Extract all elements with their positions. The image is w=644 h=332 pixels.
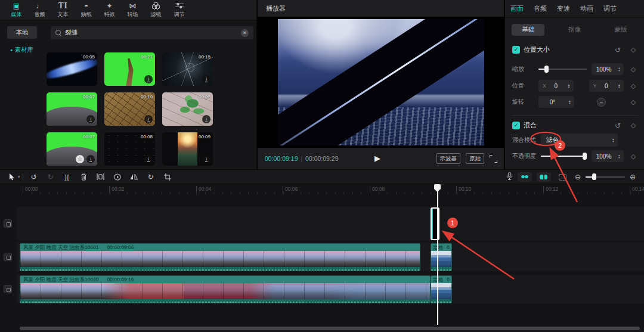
tab-speed[interactable]: 变速 — [557, 4, 570, 13]
video-preview[interactable] — [278, 19, 484, 145]
tab-adjust-props[interactable]: 调节 — [603, 4, 617, 13]
record-audio-icon[interactable] — [506, 172, 513, 182]
tab-text[interactable]: TI 文本 — [51, 2, 75, 18]
redo-icon[interactable]: ↻ — [42, 173, 59, 181]
rotate-knob-icon[interactable] — [597, 98, 606, 107]
rotate-icon[interactable]: ↻ — [143, 173, 159, 181]
position-x-box[interactable]: X 0 ▴▾ — [538, 80, 574, 92]
crop-icon[interactable] — [159, 173, 176, 181]
track-toggle[interactable] — [4, 219, 12, 228]
download-icon[interactable]: ↓ — [144, 75, 153, 83]
stepper-icon[interactable]: ▴▾ — [566, 83, 574, 89]
linkage-icon[interactable] — [556, 172, 570, 182]
fullscreen-icon[interactable] — [490, 155, 497, 162]
thumbnail-blue-crack[interactable]: 00:05 — [47, 52, 97, 86]
tab-sticker[interactable]: ◓ 贴纸 — [75, 2, 98, 18]
rotate-value-box[interactable]: 0° ▴▾ — [538, 96, 574, 108]
download-icon[interactable]: ↓ — [144, 155, 153, 163]
search-input[interactable] — [65, 29, 237, 36]
auto-snap-icon[interactable] — [537, 172, 551, 182]
tab-media[interactable]: ▣ 媒体 — [5, 2, 28, 18]
download-icon[interactable]: ↓ — [86, 115, 95, 123]
thumbnail-plant-crack[interactable]: 00:08 ↓ — [162, 92, 213, 126]
source-local-button[interactable]: 本地 — [7, 26, 37, 39]
subtab-cutout[interactable]: 抠像 — [552, 26, 598, 34]
horizontal-scrollbar[interactable] — [20, 327, 640, 330]
thumbnail-dark-specks[interactable]: 00:08 ↓ — [104, 132, 155, 166]
timeline-zoom-slider[interactable] — [586, 176, 625, 178]
stepper-icon[interactable]: ▴▾ — [616, 67, 624, 72]
download-icon[interactable]: ↓ — [86, 155, 95, 163]
mirror-icon[interactable] — [126, 173, 143, 180]
position-y-box[interactable]: Y 0 ▴▾ — [589, 80, 624, 92]
tool-caret-icon[interactable]: ▾ — [18, 175, 20, 179]
thumbnail-green-hill[interactable]: 00:07 ↓ — [47, 92, 97, 126]
effects-icon: ✦ — [106, 2, 112, 10]
keyframe-diamond-icon[interactable]: ◇ — [628, 82, 638, 90]
scale-value-box[interactable]: 100% ▴▾ — [592, 63, 624, 75]
original-button[interactable]: 原始 — [466, 153, 484, 164]
keyframe-diamond-icon[interactable]: ◇ — [628, 66, 638, 73]
freeze-clip-1[interactable]: 定格 0 — [431, 243, 452, 271]
thumbnail-cracked-earth[interactable]: 00:10 ↓ — [104, 92, 155, 126]
checkbox-checked-icon[interactable]: ✓ — [512, 122, 520, 129]
clear-search-icon[interactable]: × — [241, 29, 249, 37]
tab-transition[interactable]: ⋈ 转场 — [121, 2, 144, 18]
position-row: 位置 X 0 ▴▾ Y 0 ▴▾ ◇ — [512, 80, 638, 92]
select-tool-icon[interactable] — [5, 173, 18, 181]
subtab-basic[interactable]: 基础 — [505, 24, 552, 36]
thumbnail-green-crack[interactable]: 00:21 ↓ — [104, 52, 155, 86]
tab-audio[interactable]: ♩ 音频 — [28, 2, 51, 18]
reverse-icon[interactable] — [109, 173, 126, 181]
track-toggle[interactable] — [4, 253, 12, 261]
tab-picture[interactable]: 画面 — [510, 4, 524, 13]
download-icon[interactable]: ↓ — [202, 75, 210, 83]
opacity-slider[interactable] — [541, 156, 587, 157]
playhead[interactable] — [437, 184, 438, 325]
track-toggle[interactable] — [4, 285, 12, 293]
stepper-icon[interactable]: ▴▾ — [616, 83, 624, 89]
download-icon[interactable]: ↓ — [202, 155, 210, 163]
stepper-icon[interactable]: ▴▾ — [566, 100, 574, 105]
undo-icon[interactable]: ↺ — [26, 173, 42, 181]
thumbnail-green-hill-2[interactable]: 00:07 ☆ ↓ — [47, 132, 97, 166]
timeline-ruler[interactable]: 00:00 00:02 00:04 00:06 00:08 00:10 00:1… — [0, 184, 644, 194]
reset-icon[interactable]: ↺ — [615, 46, 621, 54]
clip-10020[interactable]: 风景 夕阳 晚霞 天空 治愈系10020 00:00:09:16 — [20, 275, 431, 303]
overlay-track — [17, 207, 644, 240]
reset-icon[interactable]: ↺ — [615, 122, 621, 130]
subtab-mask[interactable]: 蒙版 — [597, 26, 644, 34]
zoom-out-icon[interactable]: ⊖ — [575, 173, 581, 181]
main-track-magnet-icon[interactable] — [518, 172, 532, 182]
source-library-button[interactable]: ▸ 素材库 — [4, 44, 41, 56]
freeze-clip-2[interactable]: 定格 0 — [431, 275, 452, 303]
freeze-frame-icon[interactable] — [92, 173, 109, 180]
tab-animation[interactable]: 动画 — [580, 4, 593, 13]
download-icon[interactable]: ↓ — [202, 115, 210, 123]
delete-icon[interactable] — [76, 173, 92, 181]
clip-10001[interactable]: 风景 夕阳 晚霞 天空 治愈系10001 00:00:09:06 — [20, 243, 420, 271]
tab-effects[interactable]: ✦ 特效 — [98, 2, 121, 18]
keyframe-diamond-icon[interactable]: ◇ — [628, 153, 638, 160]
media-panel: ▣ 媒体 ♩ 音频 TI 文本 ◓ 贴纸 ✦ 特效 ⋈ 转场 滤镜 调节 — [0, 0, 256, 169]
stepper-icon[interactable]: ▴▾ — [616, 154, 624, 159]
scope-button[interactable]: 示波器 — [436, 153, 461, 164]
thumbnail-sunset-portrait[interactable]: 00:09 ↓ — [162, 132, 213, 166]
tab-adjust[interactable]: 调节 — [168, 2, 191, 18]
thumbnail-shattered-glass[interactable]: 00:15 ↓ — [162, 52, 213, 86]
download-icon[interactable]: ↓ — [144, 115, 153, 123]
keyframe-diamond-icon[interactable]: ◇ — [628, 122, 638, 129]
tab-filter[interactable]: 滤镜 — [144, 2, 168, 18]
blend-mode-dropdown[interactable]: 滤色 ▴▾ — [541, 134, 618, 147]
scale-slider[interactable] — [538, 69, 587, 70]
tab-sticker-label: 贴纸 — [81, 11, 92, 18]
opacity-value-box[interactable]: 100% ▴▾ — [592, 150, 624, 162]
split-icon[interactable]: ][ — [59, 173, 76, 181]
tab-audio-props[interactable]: 音频 — [534, 4, 547, 13]
zoom-in-icon[interactable]: ⊕ — [630, 173, 636, 181]
keyframe-diamond-icon[interactable]: ◇ — [628, 98, 638, 106]
checkbox-checked-icon[interactable]: ✓ — [512, 46, 520, 54]
keyframe-diamond-icon[interactable]: ◇ — [628, 46, 638, 54]
play-icon[interactable]: ▶ — [374, 154, 380, 163]
star-icon[interactable]: ☆ — [76, 155, 84, 163]
